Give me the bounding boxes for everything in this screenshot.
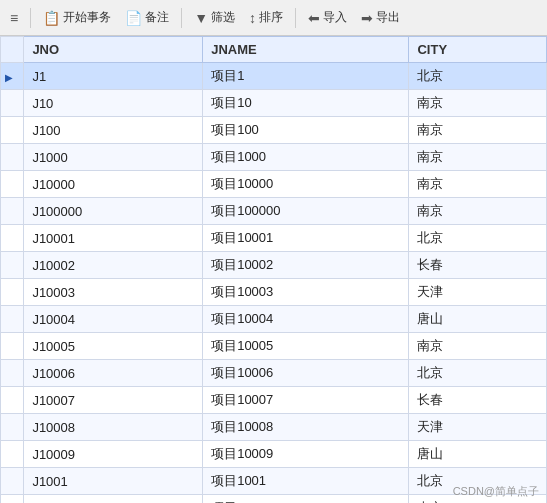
cell-jno: J1000 (24, 144, 203, 171)
cell-jno: J10010 (24, 495, 203, 504)
cell-jname: 项目1001 (203, 468, 409, 495)
row-indicator (1, 252, 24, 279)
cell-city: 北京 (409, 225, 547, 252)
backup-button[interactable]: 📄 备注 (121, 7, 173, 28)
sort-button[interactable]: ↕ 排序 (245, 7, 287, 28)
cell-jname: 项目10002 (203, 252, 409, 279)
row-indicator (1, 63, 24, 90)
sort-label: 排序 (259, 9, 283, 26)
row-indicator (1, 414, 24, 441)
cell-city: 唐山 (409, 306, 547, 333)
import-button[interactable]: ⬅ 导入 (304, 7, 351, 28)
toolbar-divider-2 (181, 8, 182, 28)
cell-jno: J10003 (24, 279, 203, 306)
table-row[interactable]: J10002项目10002长春 (1, 252, 547, 279)
row-indicator (1, 495, 24, 504)
table-row[interactable]: J10006项目10006北京 (1, 360, 547, 387)
cell-jno: J10 (24, 90, 203, 117)
header-indicator (1, 37, 24, 63)
cell-jname: 项目10 (203, 90, 409, 117)
table-row[interactable]: J10003项目10003天津 (1, 279, 547, 306)
cell-jname: 项目100000 (203, 198, 409, 225)
row-indicator (1, 387, 24, 414)
cell-jno: J1 (24, 63, 203, 90)
table-row[interactable]: J100项目100南京 (1, 117, 547, 144)
cell-jno: J10000 (24, 171, 203, 198)
cell-city: 南京 (409, 117, 547, 144)
row-indicator (1, 360, 24, 387)
import-icon: ⬅ (308, 10, 320, 26)
row-indicator (1, 198, 24, 225)
table-container: JNO JNAME CITY J1项目1北京J10项目10南京J100项目100… (0, 36, 547, 503)
cell-jno: J10009 (24, 441, 203, 468)
cell-jname: 项目1000 (203, 144, 409, 171)
toolbar-divider-1 (30, 8, 31, 28)
menu-button[interactable]: ≡ (6, 8, 22, 28)
col-header-jno[interactable]: JNO (24, 37, 203, 63)
start-task-button[interactable]: 📋 开始事务 (39, 7, 115, 28)
watermark: CSDN@简单点子 (453, 484, 539, 499)
cell-jname: 项目10001 (203, 225, 409, 252)
filter-icon: ▼ (194, 10, 208, 26)
cell-city: 北京 (409, 63, 547, 90)
cell-city: 南京 (409, 171, 547, 198)
cell-jno: J10004 (24, 306, 203, 333)
row-indicator (1, 468, 24, 495)
table-row[interactable]: J100000项目100000南京 (1, 198, 547, 225)
cell-jno: J100 (24, 117, 203, 144)
row-indicator (1, 90, 24, 117)
filter-label: 筛选 (211, 9, 235, 26)
cell-jname: 项目10000 (203, 171, 409, 198)
table-body: J1项目1北京J10项目10南京J100项目100南京J1000项目1000南京… (1, 63, 547, 504)
row-indicator (1, 144, 24, 171)
cell-jname: 项目10005 (203, 333, 409, 360)
table-header-row: JNO JNAME CITY (1, 37, 547, 63)
table-row[interactable]: J1000项目1000南京 (1, 144, 547, 171)
col-header-jname[interactable]: JNAME (203, 37, 409, 63)
start-task-label: 开始事务 (63, 9, 111, 26)
table-row[interactable]: J10项目10南京 (1, 90, 547, 117)
export-icon: ➡ (361, 10, 373, 26)
col-header-city[interactable]: CITY (409, 37, 547, 63)
table-row[interactable]: J10004项目10004唐山 (1, 306, 547, 333)
backup-label: 备注 (145, 9, 169, 26)
toolbar: ≡ 📋 开始事务 📄 备注 ▼ 筛选 ↕ 排序 ⬅ 导入 ➡ 导出 (0, 0, 547, 36)
cell-jname: 项目10003 (203, 279, 409, 306)
table-row[interactable]: J10005项目10005南京 (1, 333, 547, 360)
menu-icon: ≡ (10, 10, 18, 26)
cell-city: 天津 (409, 414, 547, 441)
table-row[interactable]: J10008项目10008天津 (1, 414, 547, 441)
task-icon: 📋 (43, 10, 60, 26)
row-indicator (1, 117, 24, 144)
cell-jno: J10005 (24, 333, 203, 360)
table-row[interactable]: J10001项目10001北京 (1, 225, 547, 252)
cell-jname: 项目1 (203, 63, 409, 90)
table-row[interactable]: J10007项目10007长春 (1, 387, 547, 414)
cell-city: 南京 (409, 144, 547, 171)
row-indicator (1, 333, 24, 360)
row-indicator (1, 441, 24, 468)
cell-city: 唐山 (409, 441, 547, 468)
table-row[interactable]: J10000项目10000南京 (1, 171, 547, 198)
export-label: 导出 (376, 9, 400, 26)
table-row[interactable]: J1项目1北京 (1, 63, 547, 90)
filter-button[interactable]: ▼ 筛选 (190, 7, 239, 28)
cell-jname: 项目10004 (203, 306, 409, 333)
toolbar-divider-3 (295, 8, 296, 28)
cell-jname: 项目10006 (203, 360, 409, 387)
cell-jname: 项目10010 (203, 495, 409, 504)
cell-jno: J10007 (24, 387, 203, 414)
cell-jname: 项目10007 (203, 387, 409, 414)
export-button[interactable]: ➡ 导出 (357, 7, 404, 28)
cell-city: 长春 (409, 252, 547, 279)
cell-city: 北京 (409, 360, 547, 387)
cell-city: 天津 (409, 279, 547, 306)
row-indicator (1, 306, 24, 333)
cell-jname: 项目100 (203, 117, 409, 144)
cell-city: 长春 (409, 387, 547, 414)
table-row[interactable]: J10009项目10009唐山 (1, 441, 547, 468)
sort-icon: ↕ (249, 10, 256, 26)
cell-jno: J1001 (24, 468, 203, 495)
row-indicator (1, 225, 24, 252)
backup-icon: 📄 (125, 10, 142, 26)
